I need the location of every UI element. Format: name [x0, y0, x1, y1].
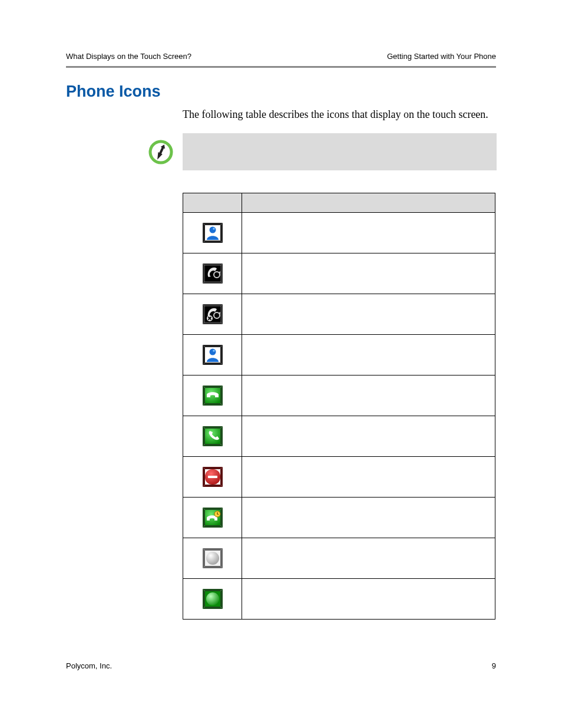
svg-point-9	[209, 349, 216, 355]
intro-paragraph: The following table describes the icons …	[183, 108, 488, 121]
svg-point-2	[209, 227, 216, 233]
svg-point-20	[206, 592, 219, 605]
section-heading: Phone Icons	[66, 83, 161, 101]
table-cell-description	[242, 253, 495, 294]
table-row	[183, 538, 495, 579]
svg-point-18	[206, 552, 219, 565]
running-header-left: What Displays on the Touch Screen?	[66, 52, 191, 61]
table-header-row	[183, 193, 495, 213]
running-footer: Polycom, Inc. 9	[66, 661, 496, 670]
table-cell-description	[242, 375, 495, 416]
table-cell-description	[242, 498, 495, 538]
table-header-icon	[183, 193, 242, 213]
table-row	[183, 213, 495, 253]
table-cell-description	[242, 335, 495, 375]
table-row	[183, 375, 495, 416]
document-page: What Displays on the Touch Screen? Getti…	[0, 0, 562, 728]
header-rule	[66, 66, 496, 68]
running-header: What Displays on the Touch Screen? Getti…	[66, 52, 496, 61]
footer-company: Polycom, Inc.	[66, 661, 112, 670]
phone-roll-x-icon	[203, 304, 223, 324]
table-cell-description	[242, 538, 495, 579]
handset-green-icon	[203, 386, 223, 406]
table-row	[183, 416, 495, 457]
dnd-red-icon	[203, 467, 223, 487]
table-header-description	[242, 193, 495, 213]
person-blue2-icon	[203, 345, 223, 365]
svg-rect-14	[208, 476, 217, 478]
table-row	[183, 335, 495, 375]
person-blue-icon	[203, 223, 223, 243]
callout-box	[183, 133, 497, 170]
table-cell-description	[242, 213, 495, 253]
sphere-green-icon	[203, 589, 223, 609]
footer-page-number: 9	[492, 661, 496, 670]
table-row	[183, 498, 495, 538]
pushpin-icon	[148, 139, 174, 167]
table-cell-description	[242, 579, 495, 620]
table-row	[183, 457, 495, 498]
icon-table	[183, 193, 495, 620]
phone-roll-icon	[203, 263, 223, 284]
table-row	[183, 253, 495, 294]
forward-clock-icon	[203, 508, 223, 528]
table-cell-description	[242, 294, 495, 335]
table-cell-description	[242, 416, 495, 457]
table-row	[183, 294, 495, 335]
table-cell-description	[242, 457, 495, 498]
svg-point-3	[213, 228, 215, 230]
sphere-grey-icon	[203, 548, 223, 568]
handset-lift-icon	[203, 426, 223, 446]
table-row	[183, 579, 495, 620]
svg-point-10	[213, 350, 215, 352]
running-header-right: Getting Started with Your Phone	[387, 52, 496, 61]
